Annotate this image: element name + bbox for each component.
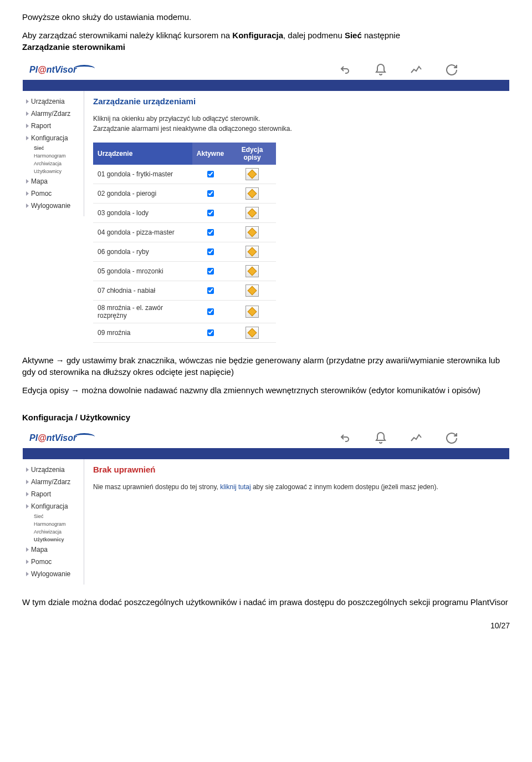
sidebar-sub-item[interactable]: Użytkownicy [23, 536, 84, 543]
diamond-icon [248, 247, 257, 257]
active-checkbox[interactable] [207, 190, 214, 197]
edit-button[interactable] [245, 306, 259, 318]
content-area: Brak uprawnień Nie masz uprawnień dostęp… [84, 459, 509, 506]
back-icon[interactable] [339, 63, 352, 77]
sidebar-item[interactable]: Wylogowanie [23, 568, 84, 580]
edit-button[interactable] [245, 246, 259, 258]
sidebar-item[interactable]: Konfiguracja [23, 132, 84, 144]
help-line: Zarządzanie alarmami jest nieaktywne dla… [93, 125, 292, 133]
sidebar-sub-item[interactable]: Archiwizacja [23, 160, 84, 167]
t: aby się zalogować z innym kodem dostępu … [251, 483, 438, 491]
sidebar-item[interactable]: Alarmy/Zdarz [23, 108, 84, 120]
caret-icon [26, 191, 29, 196]
app-logo: Pl@ntVisor [29, 65, 95, 75]
edit-button[interactable] [245, 187, 259, 200]
page-number: 10/27 [22, 621, 510, 630]
t-bold: Sieć [345, 31, 362, 40]
cell-active [192, 323, 228, 343]
sidebar-item[interactable]: Urządzenia [23, 464, 84, 476]
sidebar-label: Konfiguracja [31, 502, 68, 510]
edit-button[interactable] [245, 285, 259, 297]
sidebar-label: Wylogowanie [31, 202, 70, 210]
diamond-icon [248, 286, 257, 296]
active-checkbox[interactable] [207, 229, 214, 236]
login-link[interactable]: kliknij tutaj [220, 483, 250, 491]
sidebar-sub-item[interactable]: Użytkownicy [23, 167, 84, 175]
active-checkbox[interactable] [207, 308, 214, 315]
sidebar-item[interactable]: Konfiguracja [23, 500, 84, 512]
cell-device: 01 gondola - frytki-master [93, 165, 192, 184]
edit-button[interactable] [245, 168, 259, 180]
table-row: 02 gondola - pierogi [93, 184, 276, 204]
blue-bar [23, 448, 509, 459]
sidebar-item[interactable]: Pomoc [23, 187, 84, 200]
app-toolbar: Pl@ntVisor [23, 60, 509, 80]
content-title-error: Brak uprawnień [93, 465, 500, 474]
active-checkbox[interactable] [207, 268, 214, 275]
doc-heading: Konfiguracja / Użytkownicy [22, 413, 510, 422]
app-logo: Pl@ntVisor [29, 433, 95, 443]
edit-button[interactable] [245, 207, 259, 219]
cell-active [192, 204, 228, 223]
active-checkbox[interactable] [207, 171, 214, 177]
content-help: Kliknij na okienku aby przyłaczyć lub od… [93, 114, 500, 134]
bell-icon[interactable] [374, 63, 387, 77]
active-checkbox[interactable] [207, 248, 214, 255]
sidebar: Urządzenia Alarmy/Zdarz Raport Konfigura… [23, 91, 84, 216]
sidebar-sub-item[interactable]: Archiwizacja [23, 528, 84, 536]
sidebar-item[interactable]: Urządzenia [23, 95, 84, 108]
back-icon[interactable] [339, 431, 352, 445]
th-active: Aktywne [192, 143, 228, 165]
caret-icon [26, 136, 29, 140]
chart-icon[interactable] [410, 63, 423, 77]
refresh-icon[interactable] [445, 431, 458, 445]
refresh-icon[interactable] [445, 63, 458, 77]
cell-edit [228, 262, 276, 281]
sidebar-item[interactable]: Raport [23, 120, 84, 132]
active-checkbox[interactable] [207, 329, 214, 336]
logo-part: @ [38, 65, 47, 74]
sidebar-sub-item[interactable]: Harmonogram [23, 520, 84, 528]
sidebar-sub-item[interactable]: Sieć [23, 512, 84, 520]
chart-icon[interactable] [410, 431, 423, 445]
diamond-icon [248, 209, 257, 218]
sidebar-label: Wylogowanie [31, 570, 70, 578]
sidebar-item[interactable]: Mapa [23, 543, 84, 556]
table-row: 01 gondola - frytki-master [93, 165, 276, 184]
sidebar-label: Urządzenia [31, 98, 65, 105]
sidebar-label: Mapa [31, 177, 48, 185]
cell-edit [228, 165, 276, 184]
cell-edit [228, 323, 276, 343]
sidebar-item[interactable]: Wylogowanie [23, 200, 84, 212]
diamond-icon [248, 170, 257, 179]
sidebar-label: Raport [31, 122, 51, 130]
caret-icon [26, 99, 29, 104]
doc-after-3: W tym dziale można dodać poszczególnych … [22, 596, 510, 608]
cell-device: 03 gondola - lody [93, 204, 192, 223]
cell-edit [228, 204, 276, 223]
t: Nie masz uprawnień dostępu do tej strony… [93, 483, 220, 491]
sidebar-sub-item[interactable]: Sieć [23, 144, 84, 152]
edit-button[interactable] [245, 226, 259, 238]
sidebar-item[interactable]: Pomoc [23, 556, 84, 568]
caret-icon [26, 504, 29, 509]
cell-active [192, 281, 228, 301]
bell-icon[interactable] [374, 431, 387, 445]
cell-edit [228, 242, 276, 262]
diamond-icon [248, 189, 257, 199]
cell-edit [228, 281, 276, 301]
active-checkbox[interactable] [207, 287, 214, 294]
table-row: 04 gondola - pizza-master [93, 223, 276, 242]
sidebar-item[interactable]: Raport [23, 488, 84, 500]
sidebar-sub-item[interactable]: Harmonogram [23, 152, 84, 160]
sidebar-item[interactable]: Mapa [23, 175, 84, 187]
diamond-icon [248, 228, 257, 237]
toolbar-icons [339, 63, 458, 77]
edit-button[interactable] [245, 265, 259, 277]
diamond-icon [248, 267, 257, 276]
active-checkbox[interactable] [207, 210, 214, 216]
sidebar-label: Urządzenia [31, 466, 65, 474]
cell-active [192, 184, 228, 204]
edit-button[interactable] [245, 327, 259, 339]
sidebar-item[interactable]: Alarmy/Zdarz [23, 476, 84, 488]
